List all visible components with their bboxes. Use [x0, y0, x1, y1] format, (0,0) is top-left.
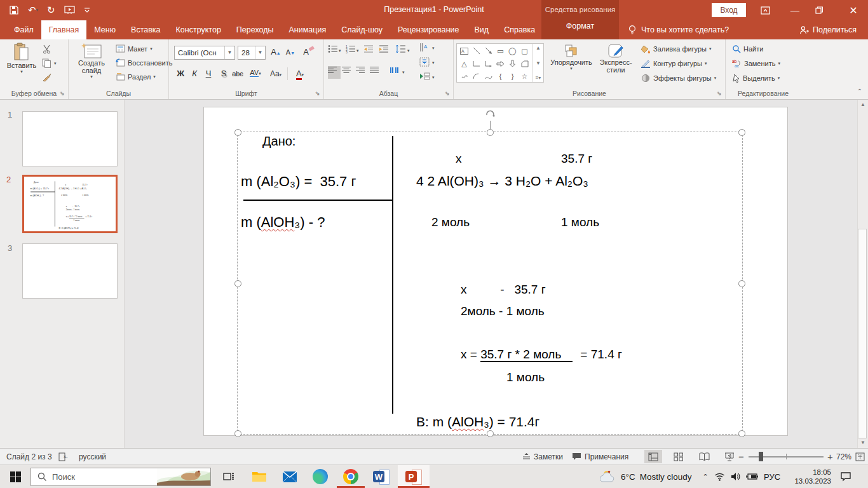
tab-help[interactable]: Справка [496, 20, 543, 39]
resize-handle-middle-left[interactable] [234, 280, 241, 287]
text-direction-dropdown-arrow-icon[interactable]: ▾ [432, 46, 435, 51]
mail-button[interactable] [276, 465, 304, 488]
shape-elbow-connector-icon[interactable] [470, 57, 482, 70]
tab-slideshow[interactable]: Слайд-шоу [334, 20, 390, 39]
zoom-slider-thumb[interactable] [759, 452, 763, 461]
justify-button[interactable] [370, 66, 383, 79]
layout-button[interactable]: Макет▾ [116, 44, 153, 53]
resize-handle-bottom-left[interactable] [234, 430, 241, 437]
undo-icon[interactable]: ↶▾ [28, 4, 38, 16]
font-size-dropdown-icon[interactable]: ▼ [255, 46, 265, 59]
resize-handle-top-left[interactable] [234, 129, 241, 136]
battery-icon[interactable] [746, 465, 758, 488]
shape-fill-button[interactable]: Заливка фигуры▾ [641, 44, 712, 53]
tellme-box[interactable]: Что вы хотите сделать? [628, 20, 729, 39]
decrease-indent-button[interactable] [363, 44, 376, 57]
new-slide-button[interactable]: Создать слайд ▾ [72, 43, 111, 79]
tab-animations[interactable]: Анимация [281, 20, 334, 39]
shapes-more-icon[interactable]: ≡▾ [536, 75, 541, 81]
tab-transitions[interactable]: Переходы [229, 20, 281, 39]
shapes-scroll-down-icon[interactable]: ▼ [536, 60, 541, 66]
line-spacing-dropdown-arrow-icon[interactable]: ▾ [407, 48, 410, 53]
format-painter-button[interactable] [42, 72, 51, 82]
tab-menu[interactable]: Меню [86, 20, 123, 39]
edge-button[interactable] [306, 465, 334, 488]
shrink-font-button[interactable]: A▼ [284, 46, 297, 58]
minimize-button[interactable]: — [783, 0, 806, 20]
notes-toggle[interactable]: Заметки [522, 449, 563, 464]
word-button[interactable]: W [367, 465, 395, 488]
shape-down-arrow-icon[interactable] [506, 57, 519, 70]
shape-textbox-icon[interactable]: A [458, 44, 470, 57]
fit-to-window-button[interactable] [853, 450, 867, 463]
language-switcher[interactable]: РУС [764, 465, 780, 488]
paste-button[interactable]: Вставить ▾ [5, 43, 38, 74]
shape-arrow-icon[interactable] [482, 44, 494, 57]
columns-dropdown-arrow-icon[interactable]: ▾ [402, 70, 405, 75]
align-left-button[interactable] [328, 66, 341, 79]
resize-handle-top-center[interactable] [487, 129, 494, 136]
find-button[interactable]: Найти [732, 44, 763, 53]
zoom-out-button[interactable]: − [738, 449, 744, 464]
save-icon[interactable] [9, 5, 19, 15]
tab-home[interactable]: Главная [41, 20, 87, 39]
tab-design[interactable]: Конструктор [168, 20, 229, 39]
resize-handle-bottom-right[interactable] [738, 430, 745, 437]
paragraph-dialog-launcher-icon[interactable]: ⇘ [445, 90, 451, 97]
quick-styles-button[interactable]: Экспресс-стили [595, 43, 637, 74]
signin-button[interactable]: Вход [712, 3, 746, 17]
clock[interactable]: 18:05 13.03.2023 [787, 468, 831, 485]
spell-check-icon[interactable]: x̶ [58, 449, 68, 464]
align-center-button[interactable] [342, 66, 355, 79]
chrome-button[interactable] [337, 465, 365, 488]
shape-rounded-rectangle-icon[interactable]: ▢ [519, 44, 531, 57]
tab-insert[interactable]: Вставка [123, 20, 168, 39]
scrollbar-thumb[interactable] [858, 229, 867, 438]
select-button[interactable]: Выделить▾ [732, 74, 780, 83]
shape-curve-icon[interactable] [482, 70, 494, 83]
italic-button[interactable]: К [188, 67, 201, 80]
customize-qat-icon[interactable] [84, 7, 90, 13]
undo-dropdown-arrow-icon[interactable]: ▾ [36, 8, 39, 13]
resize-handle-bottom-center[interactable] [487, 430, 494, 437]
convert-smartart-dropdown-arrow-icon[interactable]: ▾ [432, 75, 435, 80]
copy-button[interactable]: ▾ [42, 58, 57, 68]
strikethrough-button[interactable]: abc [231, 67, 244, 80]
grow-font-button[interactable]: A▲ [269, 46, 282, 58]
shape-triangle-icon[interactable]: △ [458, 57, 470, 70]
shape-arc-icon[interactable] [470, 70, 482, 83]
shape-outline-button[interactable]: Контур фигуры▾ [641, 59, 707, 68]
replace-button[interactable]: abacЗаменить▾ [732, 59, 780, 68]
shape-left-brace-icon[interactable]: { [494, 70, 506, 83]
text-direction-button[interactable]: A [419, 43, 432, 55]
align-right-button[interactable] [356, 66, 369, 79]
tab-review[interactable]: Рецензирование [390, 20, 467, 39]
rotate-handle[interactable] [484, 109, 496, 131]
drawing-dialog-launcher-icon[interactable]: ⇘ [717, 90, 723, 97]
slide-sorter-view-button[interactable] [670, 450, 688, 463]
weather-widget[interactable]: 6°C Mostly cloudy [600, 465, 691, 488]
slide-indicator[interactable]: Слайд 2 из 3 [6, 449, 52, 464]
underline-button[interactable]: Ч [202, 67, 215, 80]
arrange-button[interactable]: Упорядочить ▾ [549, 43, 593, 71]
shape-star-icon[interactable]: ☆ [519, 70, 531, 83]
scroll-down-icon[interactable]: ▼ [858, 438, 868, 448]
shape-effects-button[interactable]: Эффекты фигуры▾ [641, 74, 716, 83]
clear-formatting-button[interactable]: A [302, 46, 315, 58]
slide-canvas[interactable]: Дано: m (Al₂O₃) = 35.7 г m (AlOH₃) - ? x… [203, 107, 788, 436]
character-spacing-button[interactable]: AV▾ [249, 66, 262, 79]
shape-oval-icon[interactable]: ◯ [506, 44, 519, 57]
action-center-icon[interactable] [840, 465, 851, 488]
section-button[interactable]: Раздел▾ [116, 72, 156, 81]
numbering-dropdown-arrow-icon[interactable]: ▾ [356, 48, 359, 53]
font-family-combobox[interactable]: Calibri (Осн ▼ [174, 46, 235, 60]
shape-elbow-arrow-connector-icon[interactable] [482, 57, 494, 70]
language-indicator[interactable]: русский [79, 449, 106, 464]
font-family-dropdown-icon[interactable]: ▼ [224, 46, 234, 59]
hidden-icons-chevron[interactable]: ⌃ [698, 465, 713, 488]
cut-button[interactable] [42, 44, 51, 54]
tab-view[interactable]: Вид [467, 20, 497, 39]
columns-button[interactable] [390, 66, 403, 79]
font-color-button[interactable]: А▾ [294, 67, 306, 80]
file-explorer-button[interactable] [245, 465, 273, 488]
